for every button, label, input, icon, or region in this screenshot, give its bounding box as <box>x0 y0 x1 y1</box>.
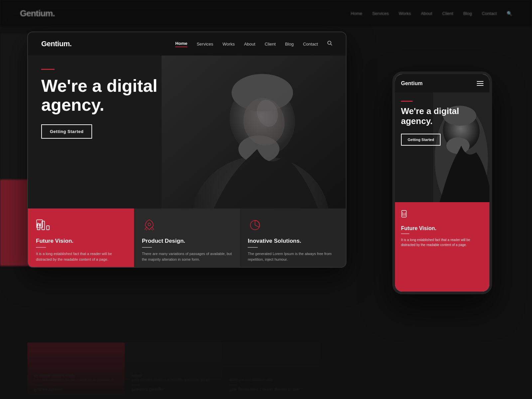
reflection-divider-1 <box>34 385 42 385</box>
card-title-future-vision: Future Vision. <box>36 238 126 244</box>
mobile-hero-content: We're a digital agency. Getting Started <box>401 101 459 146</box>
service-card-innovative: Inovative Solutions. The generated Lorem… <box>240 208 346 268</box>
svg-rect-13 <box>42 221 45 230</box>
desktop-mockup: Gentium. Home Services Works About Clien… <box>27 32 346 268</box>
reflection-title-3: The generated Lorem Ipsum is the... <box>229 387 313 392</box>
card-text-innovative: The generated Lorem Ipsum is the always … <box>248 251 338 262</box>
bg-search-icon: 🔍 <box>507 11 512 16</box>
desktop-logo: Gentium. <box>41 40 71 48</box>
svg-line-1 <box>331 44 332 46</box>
svg-rect-14 <box>47 226 49 230</box>
desktop-hero-content: We're a digital agency. Getting Started <box>41 69 158 139</box>
mobile-hero-title: We're a digital agency. <box>401 106 459 126</box>
bg-nav-services: Services <box>372 11 389 16</box>
rocket-icon <box>142 218 157 232</box>
nav-link-contact[interactable]: Contact <box>303 42 318 47</box>
reflection-divider-3 <box>229 385 237 385</box>
reflection-card-2: Product Design. There are many variation… <box>125 342 222 399</box>
mobile-mockup: Gentium <box>392 71 492 294</box>
nav-link-client[interactable]: Client <box>265 42 276 47</box>
background-nav: Gentium. Home Services Works About Clien… <box>0 0 532 27</box>
pie-chart-icon <box>248 218 262 232</box>
hamburger-line-3 <box>477 85 483 86</box>
background-logo: Gentium. <box>20 8 55 19</box>
reflection-area: Future Vision. It is a long established … <box>27 342 320 399</box>
card-divider-3 <box>248 247 258 248</box>
mobile-hero: We're a digital agency. Getting Started <box>395 92 489 202</box>
card-text-product-design: There are many variations of passages of… <box>142 251 232 262</box>
reflection-card-3: The generated Lorem Ipsum is the... alwa… <box>222 342 320 399</box>
reflection-text-2: There are many variations of passages of… <box>131 374 215 382</box>
card-title-innovative: Inovative Solutions. <box>248 238 338 244</box>
svg-rect-11 <box>162 56 346 208</box>
service-card-product-design: Product Design. There are many variation… <box>134 208 240 268</box>
reflection-title-2: Product Design. <box>131 387 215 392</box>
hamburger-line-2 <box>477 83 483 84</box>
background-nav-links: Home Services Works About Client Blog Co… <box>351 11 512 16</box>
mobile-card-divider <box>401 233 409 234</box>
card-title-product-design: Product Design. <box>142 238 232 244</box>
mobile-getting-started-button[interactable]: Getting Started <box>401 134 441 146</box>
mobile-red-accent <box>401 101 413 102</box>
mobile-bar-chart-icon <box>401 209 413 221</box>
mobile-card-title: Future Vision. <box>401 225 483 231</box>
desktop-service-cards: Future Vision. It is a long established … <box>28 208 346 268</box>
hero-title: We're a digital agency. <box>41 76 158 114</box>
reflection-divider-2 <box>131 385 140 385</box>
bg-nav-client: Client <box>442 11 453 16</box>
mobile-nav: Gentium <box>395 74 489 92</box>
search-icon[interactable] <box>327 41 332 47</box>
card-divider-2 <box>142 247 152 248</box>
bg-nav-works: Works <box>399 11 411 16</box>
reflection-card-1: Future Vision. It is a long established … <box>27 342 125 399</box>
nav-link-works[interactable]: Works <box>222 42 235 47</box>
mobile-inner: Gentium <box>395 74 489 292</box>
svg-point-0 <box>328 41 331 45</box>
getting-started-button[interactable]: Getting Started <box>41 124 92 139</box>
hamburger-line-1 <box>477 81 483 82</box>
bg-nav-blog: Blog <box>463 11 472 16</box>
reflection-title-1: Future Vision. <box>34 387 118 392</box>
svg-point-19 <box>148 223 151 226</box>
bar-chart-icon <box>36 218 51 232</box>
mobile-card-text: It is a long established fact that a rea… <box>401 237 483 247</box>
bg-nav-contact: Contact <box>482 11 497 16</box>
mobile-service-card: Future Vision. It is a long established … <box>395 202 489 292</box>
nav-link-home[interactable]: Home <box>175 41 187 47</box>
hamburger-menu[interactable] <box>477 81 483 86</box>
card-divider <box>36 247 46 248</box>
bg-nav-home: Home <box>351 11 362 16</box>
bg-nav-about: About <box>421 11 432 16</box>
desktop-nav-links[interactable]: Home Services Works About Client Blog Co… <box>175 41 332 47</box>
nav-link-blog[interactable]: Blog <box>285 42 294 47</box>
card-text-future-vision: It is a long established fact that a rea… <box>36 251 126 262</box>
nav-link-services[interactable]: Services <box>197 42 213 47</box>
service-card-future-vision: Future Vision. It is a long established … <box>28 208 134 268</box>
reflection-text-1: It is a long established fact that a rea… <box>34 374 118 382</box>
desktop-nav: Gentium. Home Services Works About Clien… <box>28 32 346 56</box>
reflection-text-3: always free from repetition, inject... <box>229 378 313 382</box>
desktop-hero: We're a digital agency. Getting Started <box>28 56 346 208</box>
hero-background-image <box>162 56 346 208</box>
mobile-logo: Gentium <box>401 80 423 86</box>
nav-link-about[interactable]: About <box>244 42 255 47</box>
hero-red-accent <box>41 69 55 70</box>
svg-rect-12 <box>37 224 40 230</box>
